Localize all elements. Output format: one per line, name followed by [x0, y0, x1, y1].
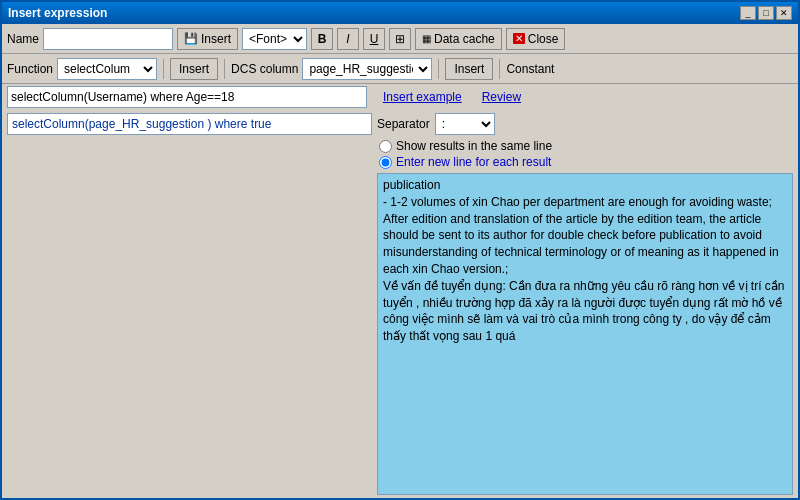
dcs-column-select[interactable]: page_HR_suggestion	[302, 58, 432, 80]
expression-input-1[interactable]	[7, 86, 367, 108]
dcs-column-label: DCS column	[231, 62, 298, 76]
separator-1	[163, 59, 164, 79]
insert-example-link[interactable]: Insert example	[383, 90, 462, 104]
close-button-toolbar[interactable]: ✕ Close	[506, 28, 566, 50]
separator-3	[438, 59, 439, 79]
function-bar: Function selectColum Insert DCS column p…	[2, 54, 798, 84]
radio-new-line-input[interactable]	[379, 156, 392, 169]
function-select[interactable]: selectColum	[57, 58, 157, 80]
separator-options: Separator :	[377, 113, 793, 135]
window-title: Insert expression	[8, 6, 107, 20]
content-text: publication - 1-2 volumes of xin Chao pe…	[383, 178, 785, 343]
font-select[interactable]: <Font>	[242, 28, 307, 50]
bold-button[interactable]: B	[311, 28, 333, 50]
radio-same-line: Show results in the same line	[379, 139, 793, 153]
window-controls: _ □ ✕	[740, 6, 792, 20]
insert-button-toolbar[interactable]: 💾 Insert	[177, 28, 238, 50]
expression-row2-display: selectColumn(page_HR_suggestion ) where …	[7, 113, 372, 135]
close-icon-red: ✕	[513, 33, 525, 44]
separator-label: Separator	[377, 117, 430, 131]
italic-button[interactable]: I	[337, 28, 359, 50]
title-bar: Insert expression _ □ ✕	[2, 2, 798, 24]
datacache-label: Data cache	[434, 32, 495, 46]
underline-button[interactable]: U	[363, 28, 385, 50]
close-button[interactable]: ✕	[776, 6, 792, 20]
name-input[interactable]	[43, 28, 173, 50]
extra-format-button[interactable]: ⊞	[389, 28, 411, 50]
review-link[interactable]: Review	[482, 90, 521, 104]
content-scroll[interactable]: publication - 1-2 volumes of xin Chao pe…	[378, 174, 792, 494]
save-icon: 💾	[184, 32, 198, 45]
radio-same-line-input[interactable]	[379, 140, 392, 153]
left-panel: selectColumn(page_HR_suggestion ) where …	[7, 113, 372, 495]
separator-4	[499, 59, 500, 79]
toolbar: Name 💾 Insert <Font> B I U ⊞ ▦ Data cach…	[2, 24, 798, 54]
insert-expression-window: Insert expression _ □ ✕ Name 💾 Insert <F…	[0, 0, 800, 500]
close-label: Close	[528, 32, 559, 46]
expr-buttons: Insert example Review	[383, 90, 521, 104]
radio-new-line: Enter new line for each result	[379, 155, 793, 169]
radio-new-line-label: Enter new line for each result	[396, 155, 551, 169]
function-insert-button[interactable]: Insert	[170, 58, 218, 80]
insert-label-toolbar: Insert	[201, 32, 231, 46]
maximize-button[interactable]: □	[758, 6, 774, 20]
datacache-icon: ▦	[422, 33, 431, 44]
minimize-button[interactable]: _	[740, 6, 756, 20]
function-label: Function	[7, 62, 53, 76]
right-panel: Separator : Show results in the same lin…	[377, 113, 793, 495]
radio-same-line-label: Show results in the same line	[396, 139, 552, 153]
separator-2	[224, 59, 225, 79]
content-area: publication - 1-2 volumes of xin Chao pe…	[377, 173, 793, 495]
separator-select[interactable]: :	[435, 113, 495, 135]
name-label: Name	[7, 32, 39, 46]
constant-label: Constant	[506, 62, 554, 76]
dcs-insert-button[interactable]: Insert	[445, 58, 493, 80]
main-area: selectColumn(page_HR_suggestion ) where …	[2, 110, 798, 498]
radio-group: Show results in the same line Enter new …	[377, 139, 793, 169]
expression-row1: Insert example Review	[2, 84, 798, 110]
datacache-button[interactable]: ▦ Data cache	[415, 28, 502, 50]
